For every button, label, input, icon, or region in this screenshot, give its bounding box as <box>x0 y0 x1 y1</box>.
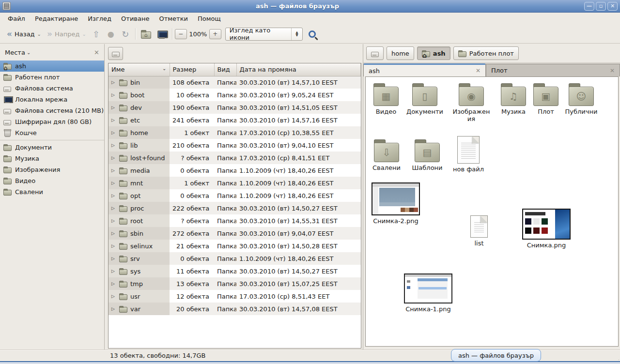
forward-dropdown-icon[interactable]: ⌄ <box>82 31 86 37</box>
expander-icon[interactable]: ▷ <box>111 306 116 311</box>
table-row[interactable]: ▷ opt 0 обекта Папка 1.10.2009 (чт) 18,4… <box>108 189 361 202</box>
chevron-down-icon[interactable]: ⌄ <box>27 50 31 55</box>
expander-icon[interactable]: ▷ <box>111 130 116 135</box>
table-row[interactable]: ▷ selinux 21 обекта Папка 30.03.2010 (вт… <box>108 240 361 252</box>
table-row[interactable]: ▷ proc 222 обекта Папка 30.03.2010 (вт) … <box>108 202 361 214</box>
expander-icon[interactable]: ▷ <box>111 243 116 248</box>
close-button[interactable]: ✕ <box>607 2 618 11</box>
minimize-button[interactable]: — <box>584 2 594 11</box>
sidebar-place-item[interactable]: Видео <box>0 175 104 186</box>
file-icon-item[interactable]: ▦ Видео <box>366 83 406 115</box>
up-button[interactable]: ⇧ <box>89 28 104 41</box>
table-row[interactable]: ▷ tmp 13 обекта Папка 30.03.2010 (вт) 15… <box>108 277 361 290</box>
column-header-size[interactable]: Размер <box>170 63 214 76</box>
expander-icon[interactable]: ▷ <box>111 92 116 97</box>
back-dropdown-icon[interactable]: ⌄ <box>37 31 41 37</box>
table-row[interactable]: ▷ sbin 272 обекта Папка 30.03.2010 (вт) … <box>108 227 361 240</box>
table-row[interactable]: ▷ root ? обекта Папка 30.03.2010 (вт) 14… <box>108 214 361 227</box>
expander-icon[interactable]: ▷ <box>111 256 116 261</box>
table-row[interactable]: ▷ srv 0 обекта Папка 1.10.2009 (чт) 18,4… <box>108 252 361 265</box>
column-header-type[interactable]: Вид <box>214 63 236 76</box>
table-row[interactable]: ▷ mnt 1 обект Папка 1.10.2009 (чт) 18,40… <box>108 177 361 189</box>
filesystem-root-button[interactable] <box>108 47 123 60</box>
breadcrumb-root-button[interactable] <box>366 46 384 60</box>
column-header-name[interactable]: Име⌄ <box>108 63 170 76</box>
menu-file[interactable]: Файл <box>3 14 30 24</box>
file-icon-item[interactable]: ▯ Документи <box>404 83 445 115</box>
menu-view[interactable]: Изглед <box>83 14 116 24</box>
table-row[interactable]: ▷ usr 12 обекта Папка 17.03.2010 (ср) 8,… <box>108 290 361 303</box>
tab-close-icon[interactable]: ✕ <box>476 67 480 74</box>
expander-icon[interactable]: ▷ <box>111 105 116 110</box>
sidebar-place-item[interactable]: Свалени <box>0 186 104 197</box>
expander-icon[interactable]: ▷ <box>111 281 116 286</box>
zoom-out-button[interactable]: − <box>175 29 187 39</box>
forward-button[interactable]: » Напред ⌄ <box>44 29 89 40</box>
table-row[interactable]: ▷ home 1 обект Папка 17.03.2010 (ср) 10,… <box>108 126 361 139</box>
breadcrumb-home[interactable]: home <box>387 46 414 60</box>
table-row[interactable]: ▷ bin 108 обекта Папка 30.03.2010 (вт) 1… <box>108 76 361 89</box>
expander-icon[interactable]: ▷ <box>111 231 116 236</box>
resize-grip[interactable] <box>613 354 619 360</box>
sidebar-title[interactable]: Места <box>5 49 25 56</box>
view-mode-select[interactable]: Изглед като икони ▲▼ <box>225 28 303 41</box>
breadcrumb-ash[interactable]: ⌂ ash <box>417 46 450 60</box>
tab-desktop[interactable]: Плот ✕ <box>486 64 620 76</box>
sidebar-place-item[interactable]: Работен плот <box>0 72 104 83</box>
file-icon-item[interactable]: Снимка.png <box>521 209 572 249</box>
expander-icon[interactable]: ▷ <box>111 80 116 85</box>
maximize-button[interactable]: ▫ <box>596 2 606 11</box>
sidebar-close-icon[interactable]: ✕ <box>94 49 99 56</box>
expander-icon[interactable]: ▷ <box>111 143 116 148</box>
file-icon-item[interactable]: ⇩ Свалени <box>366 139 407 171</box>
table-row[interactable]: ▷ var 20 обекта Папка 30.03.2010 (вт) 14… <box>108 303 361 315</box>
menu-help[interactable]: Помощ <box>193 14 226 24</box>
expander-icon[interactable]: ▷ <box>111 118 116 122</box>
file-icon-item[interactable]: list <box>461 215 497 247</box>
breadcrumb-desktop[interactable]: Работен плот <box>453 46 519 60</box>
expander-icon[interactable]: ▷ <box>111 168 116 173</box>
expander-icon[interactable]: ▷ <box>111 193 116 198</box>
menu-edit[interactable]: Редактиране <box>30 14 83 24</box>
sidebar-place-item[interactable]: Шифриран дял (80 GB) <box>0 116 104 127</box>
table-row[interactable]: ▷ lost+found ? обекта Папка 17.03.2010 (… <box>108 152 361 164</box>
sidebar-place-item[interactable]: Музика <box>0 153 104 164</box>
search-icon[interactable] <box>309 30 316 38</box>
table-row[interactable]: ▷ sys 11 обекта Папка 30.03.2010 (вт) 14… <box>108 265 361 277</box>
reload-button[interactable]: ↻ <box>118 28 133 41</box>
sidebar-place-item[interactable]: Кошче <box>0 127 104 138</box>
expander-icon[interactable]: ▷ <box>111 269 116 273</box>
file-icon-item[interactable]: ☺ Публични <box>561 83 602 115</box>
table-row[interactable]: ▷ dev 190 обекта Папка 30.03.2010 (вт) 1… <box>108 101 361 114</box>
table-row[interactable]: ▷ lib 210 обекта Папка 30.03.2010 (вт) 9… <box>108 139 361 152</box>
menu-go[interactable]: Отиване <box>116 14 154 24</box>
computer-button[interactable] <box>154 28 170 40</box>
table-row[interactable]: ▷ boot 10 обекта Папка 30.03.2010 (вт) 9… <box>108 89 361 101</box>
file-icon-item[interactable]: ◉ Изображения <box>451 83 492 122</box>
sidebar-place-item[interactable]: ⌂ ash <box>0 61 104 72</box>
menu-bookmarks[interactable]: Отметки <box>154 14 192 24</box>
table-row[interactable]: ▷ media 0 обекта Папка 1.10.2009 (чт) 18… <box>108 164 361 177</box>
icon-view[interactable]: ▦ Видео ▯ Документи ◉ Изображения ♫ Музи… <box>365 76 619 347</box>
back-button[interactable]: « Назад ⌄ <box>4 29 44 40</box>
expander-icon[interactable]: ▷ <box>111 294 116 299</box>
expander-icon[interactable]: ▷ <box>111 218 116 223</box>
file-icon-item[interactable]: Снимка-2.png <box>371 182 421 225</box>
home-button[interactable] <box>138 28 154 41</box>
column-header-date[interactable]: Дата на промяна <box>236 63 361 76</box>
tab-ash[interactable]: ash ✕ <box>363 63 486 76</box>
sidebar-place-item[interactable]: Документи <box>0 142 104 153</box>
table-row[interactable]: ▷ etc 241 обекта Папка 30.03.2010 (вт) 1… <box>108 114 361 126</box>
file-icon-item[interactable]: ▣ Плот <box>526 83 566 115</box>
file-icon-item[interactable]: Снимка-1.png <box>403 273 453 313</box>
sidebar-place-item[interactable]: Изображения <box>0 164 104 175</box>
zoom-in-button[interactable]: + <box>209 29 221 39</box>
file-icon-item[interactable]: ▤ Шаблони <box>407 139 448 171</box>
expander-icon[interactable]: ▷ <box>111 155 116 160</box>
tab-close-icon[interactable]: ✕ <box>610 67 615 74</box>
file-icon-item[interactable]: нов файл <box>449 136 488 173</box>
sidebar-place-item[interactable]: Файлова система (210 MB) <box>0 105 104 116</box>
stop-button[interactable]: ● <box>104 28 118 40</box>
expander-icon[interactable]: ▷ <box>111 206 116 211</box>
taskbar-window-button[interactable]: ash — файлов браузър <box>451 349 541 362</box>
